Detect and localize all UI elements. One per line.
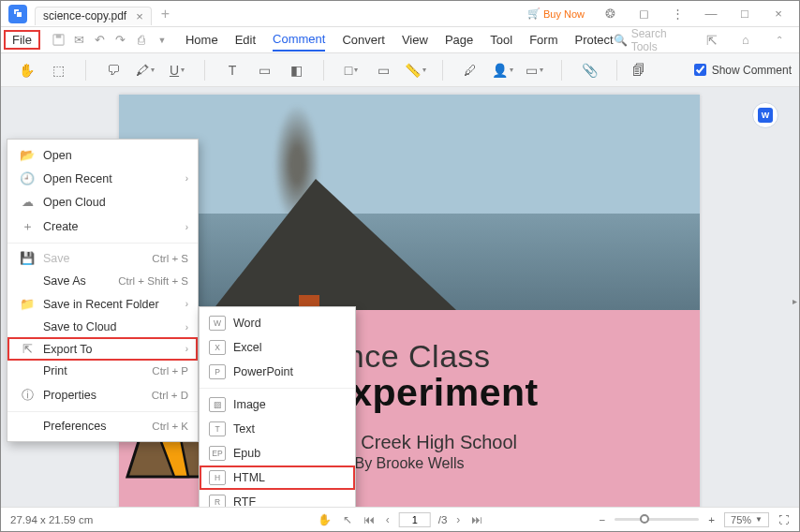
chevron-right-icon: › bbox=[185, 222, 188, 232]
sidebar-expand-handle[interactable]: ▸ bbox=[790, 293, 799, 308]
notification-icon[interactable]: ◻ bbox=[630, 1, 657, 27]
file-menu-save-as[interactable]: Save AsCtrl + Shift + S bbox=[7, 270, 198, 292]
chevron-right-icon: › bbox=[185, 344, 188, 354]
kebab-menu-icon[interactable]: ⋮ bbox=[664, 1, 690, 27]
eraser-icon[interactable]: ▭▾ bbox=[522, 58, 546, 82]
file-menu-properties[interactable]: ⓘPropertiesCtrl + D bbox=[7, 382, 198, 408]
zoom-value: 75% bbox=[731, 514, 751, 525]
zoom-level-select[interactable]: 75% ▼ bbox=[724, 512, 769, 527]
show-comment-toggle[interactable]: Show Comment bbox=[694, 64, 792, 77]
shortcut-label: Ctrl + K bbox=[152, 421, 188, 432]
separator bbox=[7, 411, 198, 412]
chevron-right-icon: › bbox=[185, 173, 188, 184]
file-menu-save-to-cloud[interactable]: Save to Cloud› bbox=[7, 316, 198, 338]
export-powerpoint[interactable]: PPowerPoint bbox=[200, 360, 355, 384]
file-menu-open[interactable]: 📂Open bbox=[7, 143, 198, 167]
area-highlight-icon[interactable]: ◧ bbox=[284, 58, 308, 82]
chevron-right-icon: › bbox=[185, 322, 188, 332]
window-close-button[interactable]: × bbox=[765, 1, 792, 27]
measure-icon[interactable]: 📏▾ bbox=[403, 58, 427, 82]
zoom-out-button[interactable]: − bbox=[600, 514, 606, 525]
cloud-icon: ☁ bbox=[19, 195, 36, 209]
menu-tab-page[interactable]: Page bbox=[445, 29, 473, 51]
zoom-slider[interactable] bbox=[615, 518, 699, 521]
undo-icon[interactable]: ↶ bbox=[90, 30, 111, 51]
qat-dropdown-icon[interactable]: ▼ bbox=[152, 30, 172, 51]
show-comment-checkbox[interactable] bbox=[694, 64, 706, 76]
document-tab[interactable]: science-copy.pdf × bbox=[35, 7, 152, 25]
share-icon[interactable]: ⇱ bbox=[700, 27, 724, 53]
text-box-icon[interactable]: T bbox=[220, 58, 244, 82]
collapse-ribbon-icon[interactable]: ⌃ bbox=[767, 27, 792, 53]
export-text[interactable]: TText bbox=[200, 417, 355, 441]
comments-panel-icon[interactable]: 🗐 bbox=[627, 58, 651, 82]
compass-icon[interactable]: ❂ bbox=[597, 1, 623, 27]
export-word[interactable]: WWord bbox=[200, 311, 355, 335]
cursor-mode-icon[interactable]: ↖ bbox=[341, 513, 354, 526]
export-excel[interactable]: XExcel bbox=[200, 335, 355, 360]
export-item-label: Word bbox=[233, 317, 261, 330]
shape-line-icon[interactable]: ▭ bbox=[371, 58, 395, 82]
page-number-input[interactable] bbox=[399, 512, 431, 527]
text-callout-icon[interactable]: ▭ bbox=[252, 58, 276, 82]
folder-icon: 📁 bbox=[19, 297, 36, 311]
prev-page-button[interactable]: ‹ bbox=[384, 513, 392, 526]
menu-tab-edit[interactable]: Edit bbox=[235, 29, 256, 51]
tab-close-icon[interactable]: × bbox=[136, 9, 143, 23]
next-page-button[interactable]: › bbox=[454, 513, 462, 526]
convert-to-word-badge[interactable]: W bbox=[752, 102, 778, 128]
file-menu-create[interactable]: ＋Create› bbox=[7, 214, 198, 240]
note-icon[interactable]: 🗩 bbox=[101, 58, 126, 82]
help-icon[interactable]: ⌂ bbox=[733, 27, 758, 53]
buy-now-button[interactable]: 🛒 Buy Now bbox=[523, 5, 589, 22]
shape-rect-icon[interactable]: □▾ bbox=[339, 58, 363, 82]
menu-tab-protect[interactable]: Protect bbox=[574, 29, 613, 51]
window-minimize-button[interactable]: — bbox=[698, 1, 724, 27]
highlight-icon[interactable]: 🖍▾ bbox=[133, 58, 157, 82]
export-rtf[interactable]: RRTF bbox=[200, 490, 355, 507]
titlebar: science-copy.pdf × + 🛒 Buy Now ❂ ◻ ⋮ — □… bbox=[1, 1, 799, 27]
export-epub[interactable]: EPEpub bbox=[200, 441, 355, 466]
excel-format-icon: X bbox=[209, 340, 226, 355]
file-menu-open-recent[interactable]: 🕘Open Recent› bbox=[7, 167, 198, 190]
menu-tab-view[interactable]: View bbox=[402, 29, 428, 51]
stamp-icon[interactable]: 🖊 bbox=[458, 58, 482, 82]
file-menu-print[interactable]: PrintCtrl + P bbox=[7, 360, 198, 382]
redo-icon[interactable]: ↷ bbox=[111, 30, 131, 51]
menu-tab-tool[interactable]: Tool bbox=[490, 29, 512, 51]
attachment-icon[interactable]: 📎 bbox=[577, 58, 601, 82]
underline-icon[interactable]: U▾ bbox=[165, 58, 189, 82]
first-page-button[interactable]: ⏮ bbox=[362, 513, 377, 526]
file-menu-save: 💾SaveCtrl + S bbox=[7, 246, 198, 270]
window-maximize-button[interactable]: □ bbox=[732, 1, 758, 27]
export-item-label: Epub bbox=[233, 447, 260, 460]
menu-tab-convert[interactable]: Convert bbox=[342, 29, 385, 51]
hand-tool-icon[interactable]: ✋ bbox=[14, 58, 38, 82]
mail-icon[interactable]: ✉ bbox=[69, 30, 90, 51]
select-tool-icon[interactable]: ⬚ bbox=[46, 58, 70, 82]
export-html[interactable]: HHTML bbox=[200, 466, 355, 490]
show-comment-label: Show Comment bbox=[712, 64, 792, 77]
zoom-in-button[interactable]: + bbox=[708, 514, 715, 525]
stamp2-icon[interactable]: 👤▾ bbox=[490, 58, 514, 82]
shortcut-label: Ctrl + Shift + S bbox=[118, 275, 188, 287]
menu-item-label: Print bbox=[43, 364, 67, 377]
last-page-button[interactable]: ⏭ bbox=[469, 513, 484, 526]
file-menu-open-cloud[interactable]: ☁Open Cloud bbox=[7, 190, 198, 214]
file-menu-save-in-recent-folder[interactable]: 📁Save in Recent Folder› bbox=[7, 292, 198, 316]
file-menu-button[interactable]: File bbox=[4, 30, 40, 50]
search-tools-input[interactable]: 🔍 Search Tools bbox=[614, 27, 690, 53]
print-icon[interactable]: ⎙ bbox=[131, 30, 152, 51]
document-viewport[interactable]: ence Class ic Experiment Willow Creek Hi… bbox=[1, 87, 799, 507]
hand-mode-icon[interactable]: ✋ bbox=[316, 513, 333, 526]
file-menu-export-to[interactable]: ⇱Export To› bbox=[7, 337, 198, 361]
save-icon[interactable] bbox=[49, 30, 69, 51]
menu-tab-comment[interactable]: Comment bbox=[273, 28, 325, 52]
export-image[interactable]: ▨Image bbox=[200, 392, 355, 417]
separator bbox=[7, 243, 198, 244]
file-menu-preferences[interactable]: PreferencesCtrl + K bbox=[7, 415, 198, 437]
menu-tab-home[interactable]: Home bbox=[185, 29, 218, 51]
menu-tab-form[interactable]: Form bbox=[529, 29, 557, 51]
new-tab-button[interactable]: + bbox=[161, 6, 170, 22]
fit-page-icon[interactable]: ⛶ bbox=[778, 514, 790, 525]
